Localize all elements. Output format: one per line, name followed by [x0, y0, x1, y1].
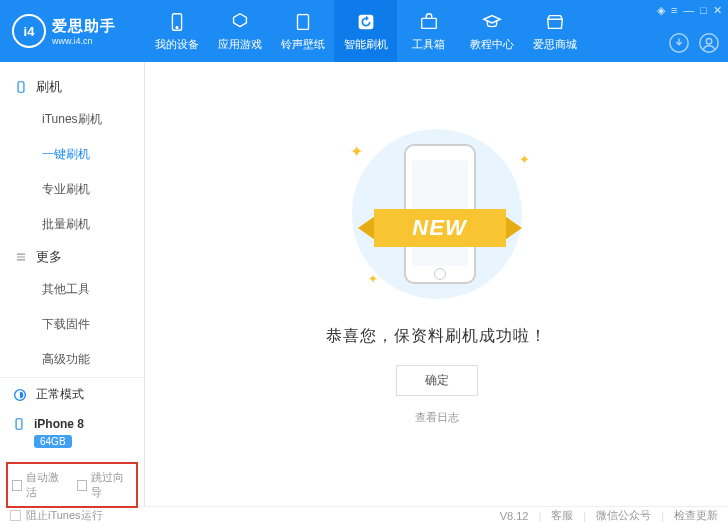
- nav-label: 铃声壁纸: [281, 37, 325, 52]
- version-label: V8.12: [500, 510, 529, 522]
- svg-rect-4: [421, 18, 436, 28]
- view-log-link[interactable]: 查看日志: [415, 410, 459, 425]
- ok-button[interactable]: 确定: [396, 365, 478, 396]
- svg-point-7: [706, 38, 712, 44]
- block-itunes-checkbox[interactable]: 阻止iTunes运行: [10, 508, 103, 523]
- device-mode-row[interactable]: 正常模式: [0, 378, 144, 411]
- capacity-badge: 64GB: [34, 435, 72, 448]
- sidebar-item-download-firmware[interactable]: 下载固件: [0, 307, 144, 342]
- logo-mark: i4: [12, 14, 46, 48]
- main-nav: 我的设备 应用游戏 铃声壁纸 智能刷机 工具箱 教程中心 爱思商城: [145, 0, 728, 62]
- close-icon[interactable]: ✕: [713, 4, 722, 17]
- cat-title: 刷机: [36, 78, 62, 96]
- sparkle-icon: ✦: [519, 152, 530, 167]
- skin-icon[interactable]: ◈: [657, 4, 665, 17]
- svg-rect-8: [18, 82, 24, 93]
- svg-rect-10: [16, 419, 22, 430]
- nav-tutorials[interactable]: 教程中心: [460, 0, 523, 62]
- sidebar-item-advanced[interactable]: 高级功能: [0, 342, 144, 377]
- graduation-icon: [481, 11, 503, 33]
- nav-ringtone-wallpaper[interactable]: 铃声壁纸: [271, 0, 334, 62]
- app-header: i4 爱思助手 www.i4.cn 我的设备 应用游戏 铃声壁纸 智能刷机 工具…: [0, 0, 728, 62]
- nav-label: 工具箱: [412, 37, 445, 52]
- check-update-link[interactable]: 检查更新: [674, 508, 718, 523]
- nav-label: 我的设备: [155, 37, 199, 52]
- nav-store[interactable]: 爱思商城: [523, 0, 586, 62]
- nav-label: 智能刷机: [344, 37, 388, 52]
- minimize-icon[interactable]: —: [683, 4, 694, 17]
- user-icon[interactable]: [698, 32, 720, 54]
- sidebar-item-other-tools[interactable]: 其他工具: [0, 272, 144, 307]
- nav-smart-flash[interactable]: 智能刷机: [334, 0, 397, 62]
- chk-label: 阻止iTunes运行: [26, 508, 103, 523]
- toolbox-icon: [418, 11, 440, 33]
- main-content: ✦ ✦ ✦ NEW 恭喜您，保资料刷机成功啦！ 确定 查看日志: [145, 62, 728, 506]
- skip-guide-checkbox[interactable]: 跳过向导: [77, 470, 132, 500]
- svg-point-6: [700, 34, 718, 52]
- sidebar: 刷机 iTunes刷机 一键刷机 专业刷机 批量刷机 更多 其他工具 下载固件 …: [0, 62, 145, 506]
- phone-icon: [166, 11, 188, 33]
- apps-icon: [229, 11, 251, 33]
- svg-point-1: [176, 26, 178, 28]
- highlighted-options: 自动激活 跳过向导: [6, 462, 138, 508]
- support-link[interactable]: 客服: [551, 508, 573, 523]
- new-ribbon: NEW: [360, 204, 520, 252]
- sidebar-item-one-click-flash[interactable]: 一键刷机: [0, 137, 144, 172]
- refresh-icon: [355, 11, 377, 33]
- device-row[interactable]: iPhone 8 64GB: [0, 411, 144, 458]
- sparkle-icon: ✦: [368, 272, 378, 286]
- sidebar-item-pro-flash[interactable]: 专业刷机: [0, 172, 144, 207]
- sidebar-cat-more: 更多: [0, 242, 144, 272]
- note-icon: [292, 11, 314, 33]
- device-name: iPhone 8: [34, 417, 84, 431]
- nav-label: 应用游戏: [218, 37, 262, 52]
- mode-icon: [12, 387, 28, 403]
- menu-icon[interactable]: ≡: [671, 4, 677, 17]
- svg-rect-2: [297, 14, 308, 29]
- app-domain: www.i4.cn: [52, 36, 116, 46]
- user-area: [668, 32, 720, 54]
- window-controls: ◈ ≡ — □ ✕: [657, 4, 722, 17]
- sidebar-item-batch-flash[interactable]: 批量刷机: [0, 207, 144, 242]
- maximize-icon[interactable]: □: [700, 4, 707, 17]
- wechat-link[interactable]: 微信公众号: [596, 508, 651, 523]
- store-icon: [544, 11, 566, 33]
- nav-toolbox[interactable]: 工具箱: [397, 0, 460, 62]
- cat-title: 更多: [36, 248, 62, 266]
- download-icon[interactable]: [668, 32, 690, 54]
- ribbon-text: NEW: [374, 209, 506, 247]
- sparkle-icon: ✦: [350, 142, 363, 161]
- list-icon: [14, 250, 28, 264]
- chk-label: 跳过向导: [91, 470, 132, 500]
- nav-label: 爱思商城: [533, 37, 577, 52]
- nav-apps-games[interactable]: 应用游戏: [208, 0, 271, 62]
- nav-label: 教程中心: [470, 37, 514, 52]
- small-phone-icon: [12, 417, 26, 431]
- sidebar-cat-flash: 刷机: [0, 72, 144, 102]
- sidebar-item-itunes-flash[interactable]: iTunes刷机: [0, 102, 144, 137]
- success-message: 恭喜您，保资料刷机成功啦！: [326, 326, 547, 347]
- success-illustration: ✦ ✦ ✦ NEW: [332, 124, 542, 304]
- mode-label: 正常模式: [36, 386, 84, 403]
- nav-my-device[interactable]: 我的设备: [145, 0, 208, 62]
- device-outline-icon: [14, 80, 28, 94]
- app-name: 爱思助手: [52, 17, 116, 36]
- auto-activate-checkbox[interactable]: 自动激活: [12, 470, 67, 500]
- app-logo: i4 爱思助手 www.i4.cn: [0, 14, 145, 48]
- chk-label: 自动激活: [26, 470, 67, 500]
